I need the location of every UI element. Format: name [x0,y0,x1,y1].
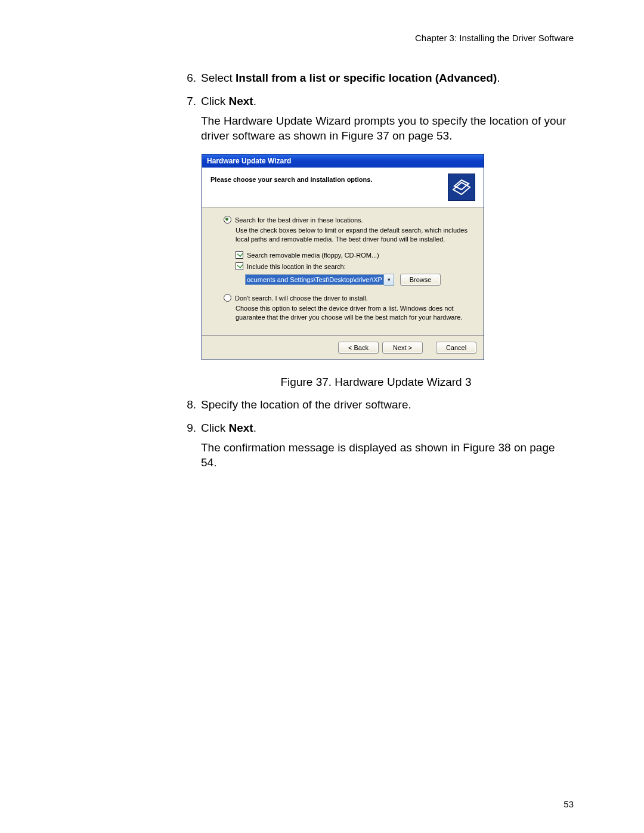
svg-marker-1 [454,180,469,190]
checkbox-icon [236,251,243,259]
text: Click [201,422,228,434]
step-paragraph: The confirmation message is displayed as… [201,440,571,470]
browse-button[interactable]: Browse [400,274,441,286]
text-bold: Install from a list or specific location… [236,72,497,84]
wizard-heading: Please choose your search and installati… [210,174,372,183]
figure-wizard: Hardware Update Wizard Please choose you… [202,154,571,360]
checkbox-include-location[interactable]: Include this location in the search: [236,262,470,270]
cancel-button[interactable]: Cancel [436,342,476,354]
step-number: 6. [181,70,201,85]
content-area: 6. Select Install from a list or specifi… [181,70,571,470]
wizard-body: Search for the best driver in these loca… [202,208,484,335]
location-input[interactable] [245,274,384,285]
text: Click [201,95,228,107]
step-body: Click Next. The confirmation message is … [201,420,571,470]
text-bold: Next [228,422,253,434]
step-6: 6. Select Install from a list or specifi… [181,70,571,85]
page-number: 53 [564,799,574,809]
radio-icon [224,216,231,224]
checkbox-icon [236,262,243,270]
figure-caption: Figure 37. Hardware Update Wizard 3 [181,376,571,389]
checkbox-label: Search removable media (floppy, CD-ROM..… [247,252,379,259]
radio-icon [224,294,231,302]
document-page: Chapter 3: Installing the Driver Softwar… [0,0,644,833]
location-combobox[interactable]: ▾ [245,274,394,286]
wizard-icon [448,174,475,201]
step-paragraph: The Hardware Update Wizard prompts you t… [201,113,571,143]
text: Select [201,72,236,84]
back-button[interactable]: < Back [338,342,379,354]
checkbox-label: Include this location in the search: [247,263,346,270]
wizard-header: Please choose your search and installati… [202,168,484,208]
radio-search-best[interactable]: Search for the best driver in these loca… [224,216,470,224]
location-row: ▾ Browse [245,274,470,286]
text: . [497,72,500,84]
step-8: 8. Specify the location of the driver so… [181,397,571,412]
wizard-window: Hardware Update Wizard Please choose you… [202,154,484,360]
text-bold: Next [228,95,253,107]
wizard-footer: < Back Next > Cancel [202,335,484,360]
chapter-header: Chapter 3: Installing the Driver Softwar… [0,33,574,43]
radio-label: Search for the best driver in these loca… [235,216,363,224]
step-body: Select Install from a list or specific l… [201,70,571,85]
step-number: 7. [181,94,201,143]
text: . [253,95,256,107]
wizard-titlebar: Hardware Update Wizard [202,154,484,168]
step-7: 7. Click Next. The Hardware Update Wizar… [181,94,571,143]
next-button[interactable]: Next > [382,342,423,354]
step-9: 9. Click Next. The confirmation message … [181,420,571,470]
step-number: 9. [181,420,201,470]
step-body: Click Next. The Hardware Update Wizard p… [201,94,571,143]
spacer [426,342,432,354]
checkbox-removable-media[interactable]: Search removable media (floppy, CD-ROM..… [236,251,470,259]
option2-description: Choose this option to select the device … [236,304,470,322]
option1-description: Use the check boxes below to limit or ex… [236,226,470,244]
text: Specify the location of the driver softw… [201,398,411,411]
radio-dont-search[interactable]: Don't search. I will choose the driver t… [224,294,470,302]
step-number: 8. [181,397,201,412]
wizard-title: Hardware Update Wizard [207,157,291,165]
text: . [253,422,256,434]
radio-label: Don't search. I will choose the driver t… [235,295,368,302]
chevron-down-icon[interactable]: ▾ [384,274,394,286]
step-body: Specify the location of the driver softw… [201,397,571,412]
